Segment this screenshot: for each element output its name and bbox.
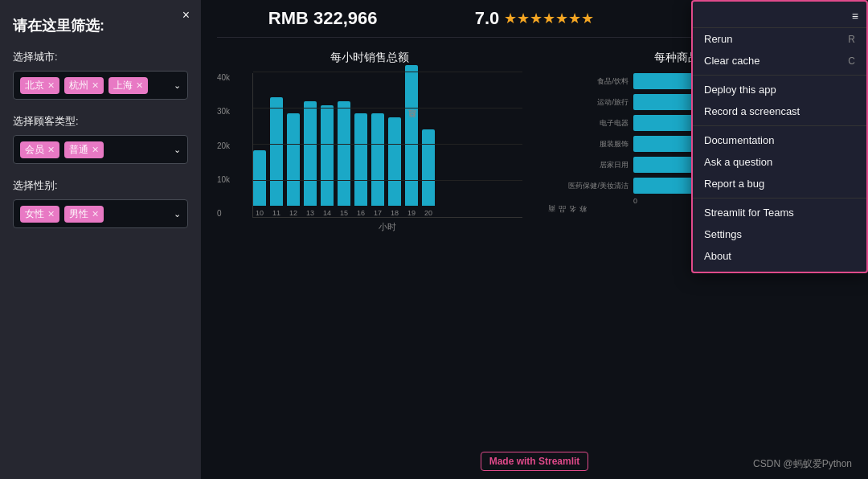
rating-stars: ★★★★★★★ bbox=[504, 10, 594, 27]
tag-normal-remove[interactable]: ✕ bbox=[92, 145, 99, 155]
hourly-chart: 每小时销售总额 0 10k 20k 30k 40k 10 bbox=[217, 51, 522, 233]
gridline-4 bbox=[253, 72, 522, 72]
hamburger-icon[interactable]: ≡ bbox=[852, 10, 858, 23]
hourly-chart-title: 每小时销售总额 bbox=[217, 51, 522, 65]
menu-item-deploy[interactable]: Deploy this app bbox=[693, 79, 866, 100]
y-axis-label-product: 商品名称 bbox=[547, 73, 588, 219]
bar-16: 16 bbox=[354, 113, 367, 217]
bar-18: 18 bbox=[388, 117, 401, 217]
bar-13: 13 bbox=[304, 101, 317, 217]
city-tag-container[interactable]: 北京 ✕ 杭州 ✕ 上海 ✕ ⌄ bbox=[13, 71, 188, 100]
dropdown-menu: ≡ Rerun R Clear cache C Deploy this app … bbox=[691, 0, 868, 273]
tag-female-remove[interactable]: ✕ bbox=[47, 209, 55, 219]
customer-tag-container[interactable]: 会员 ✕ 普通 ✕ ⌄ bbox=[13, 135, 188, 164]
made-with-badge: Made with Streamlit bbox=[481, 452, 589, 471]
tag-beijing[interactable]: 北京 ✕ bbox=[20, 77, 59, 94]
metric-total-sales: RMB 322,966 bbox=[217, 8, 428, 29]
tag-shanghai[interactable]: 上海 ✕ bbox=[108, 77, 148, 94]
y-axis-ticks: 0 10k 20k 30k 40k bbox=[217, 73, 230, 218]
tag-normal[interactable]: 普通 ✕ bbox=[64, 141, 104, 158]
menu-divider-3 bbox=[693, 198, 866, 199]
menu-section-4: Streamlit for Teams Settings About bbox=[693, 202, 866, 267]
x-axis-label: 小时 bbox=[252, 221, 522, 233]
customer-filter-section: 选择顾客类型: 会员 ✕ 普通 ✕ ⌄ bbox=[13, 114, 188, 164]
menu-item-bug[interactable]: Report a bug bbox=[693, 173, 866, 194]
bar-10: 10 bbox=[253, 150, 266, 217]
gridline-1 bbox=[253, 180, 522, 181]
menu-section-1: Rerun R Clear cache C bbox=[693, 28, 866, 72]
bar-11: 11 bbox=[270, 97, 283, 217]
bar-15: 15 bbox=[338, 101, 350, 217]
menu-item-settings[interactable]: Settings bbox=[693, 223, 866, 245]
gender-filter-section: 选择性别: 女性 ✕ 男性 ✕ ⌄ bbox=[13, 178, 188, 228]
metric-rating: 7.0 ★★★★★★★ bbox=[428, 8, 640, 29]
city-filter-label: 选择城市: bbox=[13, 50, 188, 64]
menu-item-clear-cache[interactable]: Clear cache C bbox=[693, 50, 866, 72]
tag-member-remove[interactable]: ✕ bbox=[47, 145, 55, 155]
menu-item-about[interactable]: About bbox=[693, 245, 866, 267]
tag-male[interactable]: 男性 ✕ bbox=[64, 206, 104, 223]
menu-header: ≡ bbox=[693, 6, 866, 28]
tag-female[interactable]: 女性 ✕ bbox=[20, 206, 59, 223]
main-content: RMB 322,966 7.0 ★★★★★★★ RMB 322.97 每小时销售… bbox=[201, 0, 868, 479]
metric-rating-value: 7.0 bbox=[475, 8, 500, 29]
bar-19: 19 bbox=[405, 65, 418, 217]
tag-hangzhou-remove[interactable]: ✕ bbox=[92, 80, 99, 91]
bar-14: 14 bbox=[321, 105, 334, 217]
tag-male-remove[interactable]: ✕ bbox=[92, 209, 99, 219]
menu-item-teams[interactable]: Streamlit for Teams bbox=[693, 202, 866, 223]
metric-total-value: RMB 322,966 bbox=[217, 8, 428, 29]
gender-tag-container[interactable]: 女性 ✕ 男性 ✕ ⌄ bbox=[13, 199, 188, 228]
tag-hangzhou[interactable]: 杭州 ✕ bbox=[64, 77, 104, 94]
gridline-3 bbox=[253, 108, 522, 108]
bar-17: 17 bbox=[371, 113, 384, 217]
menu-item-rerun[interactable]: Rerun R bbox=[693, 28, 866, 50]
customer-filter-label: 选择顾客类型: bbox=[13, 114, 188, 129]
menu-section-3: Documentation Ask a question Report a bu… bbox=[693, 129, 866, 194]
streamlit-brand: Streamlit bbox=[538, 456, 579, 467]
bar-20: 20 bbox=[422, 129, 435, 217]
menu-item-screencast[interactable]: Record a screencast bbox=[693, 100, 866, 122]
bar-chart-area: 10 11 12 13 14 15 16 17 18 19 20 bbox=[252, 73, 522, 218]
gridline-2 bbox=[253, 144, 522, 145]
menu-section-2: Deploy this app Record a screencast bbox=[693, 79, 866, 122]
sidebar: × 请在这里筛选: 选择城市: 北京 ✕ 杭州 ✕ 上海 ✕ ⌄ 选择顾客类型:… bbox=[0, 0, 201, 479]
gender-dropdown-arrow[interactable]: ⌄ bbox=[174, 209, 181, 219]
bar-12: 12 bbox=[287, 113, 300, 217]
footer-credit: CSDN @蚂蚁爱Python bbox=[753, 457, 852, 471]
sidebar-close-button[interactable]: × bbox=[182, 8, 190, 23]
tag-member[interactable]: 会员 ✕ bbox=[20, 141, 59, 158]
tag-beijing-remove[interactable]: ✕ bbox=[47, 80, 55, 91]
tag-shanghai-remove[interactable]: ✕ bbox=[136, 80, 143, 91]
city-dropdown-arrow[interactable]: ⌄ bbox=[174, 80, 181, 91]
city-filter-section: 选择城市: 北京 ✕ 杭州 ✕ 上海 ✕ ⌄ bbox=[13, 50, 188, 100]
menu-item-docs[interactable]: Documentation bbox=[693, 129, 866, 151]
sidebar-title: 请在这里筛选: bbox=[13, 16, 188, 35]
menu-item-ask[interactable]: Ask a question bbox=[693, 151, 866, 173]
gender-filter-label: 选择性别: bbox=[13, 178, 188, 193]
customer-dropdown-arrow[interactable]: ⌄ bbox=[174, 145, 181, 155]
menu-divider-1 bbox=[693, 75, 866, 76]
menu-divider-2 bbox=[693, 125, 866, 126]
